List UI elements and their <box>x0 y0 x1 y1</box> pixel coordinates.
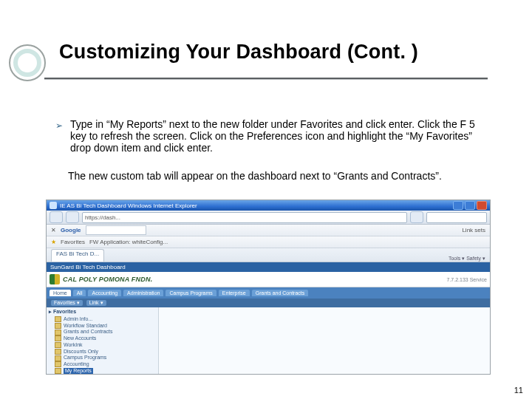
address-bar[interactable]: https://dash... <box>82 212 407 223</box>
nav-tab-accounting[interactable]: Accounting <box>88 290 121 296</box>
dashboard-header: SunGard Bi Tech Dashboard <box>47 262 490 272</box>
folder-icon <box>55 330 61 335</box>
x-icon: ✕ <box>51 227 56 233</box>
dashboard-title: SunGard Bi Tech Dashboard <box>50 264 126 270</box>
brand-logo-icon <box>50 274 60 284</box>
favorites-dropdown[interactable]: Favorites ▾ <box>51 300 83 306</box>
paragraph-2: The new custom tab will appear on the da… <box>68 170 485 182</box>
bullet-arrow-icon: ➢ <box>55 118 63 154</box>
slide-title: Customizing Your Dashboard (Cont. ) <box>59 41 418 64</box>
google-label: Google <box>61 227 81 233</box>
ie-tab-strip: FAS Bi Tech D... Tools ▾ Safety ▾ <box>47 248 490 262</box>
address-text: https://dash... <box>85 214 120 221</box>
mini-tools[interactable]: Tools ▾ Safety ▾ <box>449 256 485 262</box>
browser-tab[interactable]: FAS Bi Tech D... <box>51 249 104 262</box>
folder-icon <box>55 368 61 374</box>
version-text: 7.7.2.133 Service <box>447 277 487 282</box>
minimize-button[interactable] <box>453 201 463 210</box>
dashboard-sub-bar: Favorites ▾ Link ▾ <box>47 299 490 307</box>
favorites-tree: ▸ Favorites Admin Info... Workflow Stand… <box>47 307 159 375</box>
bullet-row-1: ➢ Type in “My Reports” next to the new f… <box>55 118 488 154</box>
tree-item[interactable]: Admin Info... <box>49 316 156 323</box>
link-sets-label: Link sets <box>462 227 485 233</box>
window-title: IE AS Bi Tech Dashboard Windows Internet… <box>60 202 197 209</box>
tree-item[interactable]: Accounting <box>49 361 156 368</box>
refresh-button[interactable] <box>410 211 423 223</box>
nav-tab-all[interactable]: All <box>73 290 86 296</box>
close-button[interactable] <box>477 201 487 210</box>
folder-icon <box>55 355 61 361</box>
bookmark-link[interactable]: FW Application: whiteConfig... <box>89 239 168 245</box>
page-number: 11 <box>514 386 523 395</box>
forward-button[interactable] <box>66 211 79 223</box>
tree-item[interactable]: ▸ Email <box>49 375 156 375</box>
tree-item[interactable]: Grants and Contracts <box>49 329 156 335</box>
folder-icon <box>55 342 61 348</box>
brand-bar: CAL POLY POMONA FNDN. 7.7.2.133 Service <box>47 272 490 287</box>
maximize-button[interactable] <box>465 201 475 210</box>
ie-title-bar: IE AS Bi Tech Dashboard Windows Internet… <box>47 200 490 211</box>
tree-root[interactable]: ▸ Favorites <box>49 309 156 316</box>
brand-text: CAL POLY POMONA FNDN. <box>63 276 152 283</box>
content-pane <box>159 307 490 375</box>
nav-tab-administration[interactable]: Administration <box>123 290 163 296</box>
tree-item[interactable]: New Accounts <box>49 335 156 342</box>
tree-item[interactable]: Workflow Standard <box>49 323 156 330</box>
dashboard-nav-tabs: Home All Accounting Administration Campu… <box>47 287 490 299</box>
back-button[interactable] <box>50 211 63 223</box>
link-dropdown[interactable]: Link ▾ <box>86 300 106 306</box>
dashboard-workarea: ▸ Favorites Admin Info... Workflow Stand… <box>47 307 490 375</box>
bullet-text-1: Type in “My Reports” next to the new fol… <box>70 118 488 154</box>
tree-item[interactable]: Discounts Only <box>49 349 156 355</box>
title-bullet-ring <box>9 44 46 81</box>
embedded-screenshot: IE AS Bi Tech Dashboard Windows Internet… <box>46 200 491 375</box>
star-icon: ★ <box>51 239 56 245</box>
folder-icon <box>55 316 61 322</box>
ie-nav-toolbar: https://dash... <box>47 211 490 225</box>
tree-item[interactable]: Campus Programs <box>49 355 156 361</box>
search-box[interactable] <box>426 212 487 223</box>
tree-item-highlight[interactable]: My Reports <box>49 368 156 375</box>
nav-tab-home[interactable]: Home <box>50 290 71 296</box>
tree-item[interactable]: WorkInk <box>49 342 156 349</box>
google-toolbar: ✕ Google Link sets <box>47 225 490 236</box>
tab-label: FAS Bi Tech D... <box>56 250 99 257</box>
favorites-bar: ★ Favorites FW Application: whiteConfig.… <box>47 236 490 248</box>
folder-icon <box>55 323 61 329</box>
folder-icon <box>55 361 61 367</box>
folder-icon <box>55 335 61 341</box>
nav-tab-grants[interactable]: Grants and Contracts <box>252 290 309 296</box>
folder-icon <box>55 349 61 355</box>
title-underline <box>44 78 488 80</box>
nav-tab-campus[interactable]: Campus Programs <box>166 290 216 296</box>
nav-tab-enterprise[interactable]: Enterprise <box>219 290 250 296</box>
google-search-input[interactable] <box>86 225 146 235</box>
favorites-label: Favorites <box>61 239 85 245</box>
ie-icon <box>50 202 57 209</box>
